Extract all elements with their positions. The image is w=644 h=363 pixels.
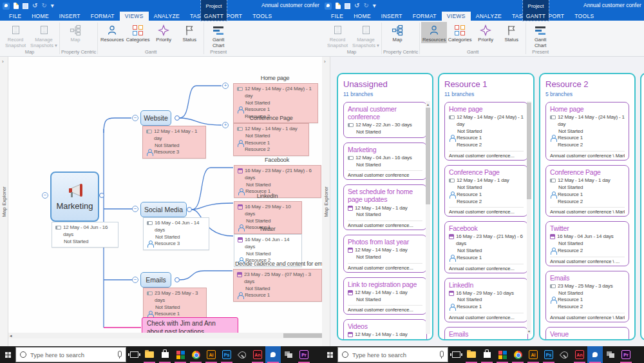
- resources-button[interactable]: Resources: [99, 22, 125, 43]
- scroll-down-icon[interactable]: ▾: [527, 329, 531, 333]
- illustrator-icon[interactable]: Ai: [204, 346, 219, 363]
- branch-card[interactable]: Marketing 12 May - 04 Jun - 16 days Not …: [343, 142, 427, 181]
- branch-connector-dot[interactable]: [175, 115, 180, 121]
- branch-connector-dot[interactable]: [99, 193, 104, 198]
- tab-format[interactable]: FORMAT: [408, 12, 442, 21]
- resources-button[interactable]: Resources: [421, 22, 447, 43]
- office-icon[interactable]: [495, 346, 510, 363]
- photoshop-icon[interactable]: Ps: [219, 346, 234, 363]
- map-view-button[interactable]: Map: [383, 22, 412, 43]
- expand-panel-icon[interactable]: ›: [324, 59, 326, 64]
- scroll-left-icon[interactable]: ◂: [10, 333, 12, 338]
- gantt-chart-button[interactable]: Gantt Chart: [205, 22, 231, 48]
- tab-tools[interactable]: TOOLS: [247, 12, 277, 21]
- branch-card[interactable]: Home page 12 May - 14 May - (24 May) - 1…: [545, 102, 629, 161]
- branch-label-conference-page[interactable]: Conference Page: [233, 115, 309, 121]
- undo-icon[interactable]: ↺: [354, 3, 359, 9]
- branch-card[interactable]: LinkedIn 16 May - 29 May - 10 days Not S…: [444, 278, 528, 322]
- branch-card[interactable]: Home page 12 May - 14 May - (24 May) - 1…: [444, 102, 528, 161]
- tab-home[interactable]: HOME: [26, 12, 54, 21]
- branch-card[interactable]: Venue 17 May - 08 Jun - 17 days Not Star…: [545, 327, 629, 340]
- map-explorer-panel[interactable]: › Map Explorer: [322, 57, 330, 346]
- task-view-icon[interactable]: [126, 346, 142, 363]
- redo-icon[interactable]: ↻: [41, 3, 46, 9]
- tab-gantt[interactable]: GANTT: [523, 12, 549, 21]
- branch-card[interactable]: Set schedule for home page updates 12 Ma…: [343, 184, 427, 230]
- tab-gantt[interactable]: GANTT: [201, 12, 227, 21]
- qat-more-icon[interactable]: ▾: [373, 3, 376, 9]
- satellite-icon[interactable]: [556, 346, 572, 363]
- start-button[interactable]: [0, 346, 15, 363]
- collapse-icon[interactable]: −: [42, 192, 48, 199]
- redo-icon[interactable]: ↻: [363, 3, 368, 9]
- premiere-icon[interactable]: Pr: [618, 346, 634, 363]
- branch-label-home-page[interactable]: Home page: [233, 75, 317, 81]
- branch-card[interactable]: Photos from last year 12 May - 14 May - …: [343, 235, 427, 273]
- tab-views[interactable]: VIEWS: [120, 12, 149, 21]
- branch-card[interactable]: Facebook 16 May - 23 May - (21 May) - 6 …: [444, 221, 528, 273]
- start-button[interactable]: [322, 346, 337, 363]
- taskbar-search[interactable]: Type here to search: [15, 347, 126, 362]
- resource-column-resource-2[interactable]: Resource 2 5 branches Home page 12 May -…: [539, 73, 636, 340]
- tab-format[interactable]: FORMAT: [86, 12, 120, 21]
- resource-column-unassigned[interactable]: Unassigned 11 branches Annual customer c…: [337, 73, 433, 340]
- microphone-icon[interactable]: [439, 351, 444, 359]
- scrollbar-thumb[interactable]: [527, 103, 531, 199]
- task-info-conference-page[interactable]: 12 May - 14 May - 1 day Not Started Reso…: [233, 123, 309, 156]
- satellite-icon[interactable]: [234, 346, 250, 363]
- new-document-icon[interactable]: [14, 3, 19, 9]
- record-snapshot-button[interactable]: Record Snapshot: [323, 22, 352, 48]
- app-logo-icon[interactable]: [325, 3, 332, 10]
- tab-insert[interactable]: INSERT: [54, 12, 86, 21]
- expand-panel-icon[interactable]: ›: [2, 59, 4, 64]
- tab-insert[interactable]: INSERT: [376, 12, 408, 21]
- expand-icon[interactable]: +: [222, 83, 229, 89]
- tab-tools[interactable]: TOOLS: [569, 12, 599, 21]
- map-node-social-media[interactable]: Social Media: [140, 202, 187, 217]
- categories-button[interactable]: Categories: [447, 22, 473, 43]
- premiere-icon[interactable]: Pr: [296, 346, 312, 363]
- scrollbar-thumb[interactable]: [283, 333, 322, 338]
- app-logo-icon[interactable]: [3, 3, 10, 10]
- status-button[interactable]: Status: [498, 22, 524, 43]
- chrome-icon[interactable]: [510, 346, 526, 363]
- branch-label-facebook[interactable]: Facebook: [234, 157, 320, 163]
- branch-label-twitter[interactable]: Twitter: [234, 226, 301, 232]
- tab-home[interactable]: HOME: [348, 12, 376, 21]
- resource-column-resource-1[interactable]: Resource 1 11 branches Home page 12 May …: [438, 73, 535, 340]
- office-icon[interactable]: [173, 346, 188, 363]
- column-scrollbar[interactable]: ▾: [527, 101, 531, 334]
- gantt-chart-button[interactable]: Gantt Chart: [527, 22, 553, 48]
- priority-button[interactable]: Priority: [473, 22, 498, 43]
- collapse-icon[interactable]: −: [132, 115, 138, 121]
- tab-views[interactable]: VIEWS: [442, 12, 471, 21]
- remote-desktop-icon[interactable]: [281, 346, 296, 363]
- branch-card[interactable]: Conference Page 12 May - 14 May - 1 day …: [444, 165, 528, 217]
- collapse-icon[interactable]: −: [132, 206, 138, 212]
- illustrator-icon[interactable]: Ai: [526, 346, 541, 363]
- branch-connector-dot[interactable]: [187, 207, 192, 212]
- undo-icon[interactable]: ↺: [32, 3, 37, 9]
- mindview-taskbar-icon[interactable]: [265, 346, 281, 363]
- manage-snapshots-button[interactable]: Manage Snapshots ▾: [352, 22, 380, 48]
- file-explorer-icon[interactable]: [142, 346, 157, 363]
- resource-column-partial[interactable]: [640, 73, 644, 340]
- task-info-website[interactable]: 12 May - 14 May - 1 day Not Started Reso…: [142, 126, 206, 159]
- animate-icon[interactable]: An: [572, 346, 587, 363]
- column-scrollbar[interactable]: ▴: [426, 101, 430, 334]
- new-document-icon[interactable]: [336, 3, 341, 9]
- priority-button[interactable]: Priority: [151, 22, 176, 43]
- branch-connector-dot[interactable]: [175, 277, 180, 282]
- map-node-website[interactable]: Website: [140, 110, 171, 126]
- qat-more-icon[interactable]: ▾: [51, 3, 54, 9]
- chrome-icon[interactable]: [188, 346, 204, 363]
- categories-button[interactable]: Categories: [125, 22, 151, 43]
- animate-icon[interactable]: An: [250, 346, 265, 363]
- scroll-up-icon[interactable]: ▴: [426, 102, 430, 106]
- branch-card[interactable]: Emails 23 May - 25 May - 3 days Not Star…: [444, 327, 528, 340]
- taskbar-search[interactable]: Type here to search: [337, 347, 448, 362]
- map-explorer-panel[interactable]: › Map Explorer: [0, 57, 8, 346]
- record-snapshot-button[interactable]: Record Snapshot: [1, 22, 30, 48]
- mindview-taskbar-icon[interactable]: [587, 346, 603, 363]
- manage-snapshots-button[interactable]: Manage Snapshots ▾: [30, 22, 58, 48]
